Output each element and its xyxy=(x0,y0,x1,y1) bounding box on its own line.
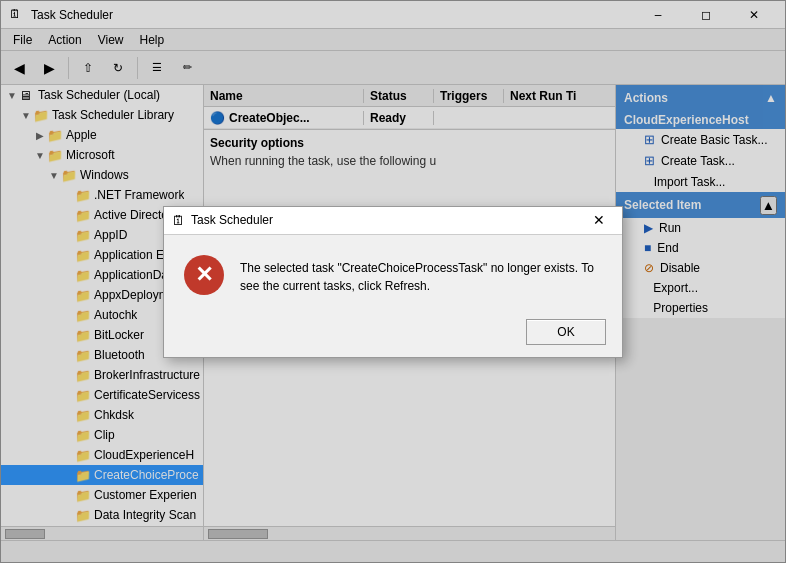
dialog-overlay: 🗓 Task Scheduler ✕ ✕ The selected task "… xyxy=(0,0,786,563)
dialog: 🗓 Task Scheduler ✕ ✕ The selected task "… xyxy=(163,206,623,358)
dialog-message: The selected task "CreateChoiceProcessTa… xyxy=(240,255,602,295)
dialog-close-button[interactable]: ✕ xyxy=(584,208,614,232)
dialog-icon: 🗓 xyxy=(172,213,185,228)
dialog-ok-button[interactable]: OK xyxy=(526,319,606,345)
dialog-footer: OK xyxy=(164,311,622,357)
dialog-title: Task Scheduler xyxy=(191,213,584,227)
dialog-body: ✕ The selected task "CreateChoiceProcess… xyxy=(164,235,622,311)
dialog-error-icon: ✕ xyxy=(184,255,224,295)
dialog-title-bar: 🗓 Task Scheduler ✕ xyxy=(164,207,622,235)
